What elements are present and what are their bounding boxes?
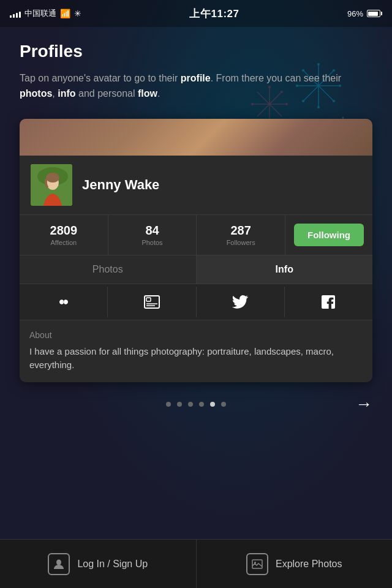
about-title: About xyxy=(29,330,363,340)
wifi-icon: 📶 xyxy=(60,9,70,18)
desc-text-5: . xyxy=(157,88,160,99)
about-text: I have a passion for all things photogra… xyxy=(29,345,363,372)
signal-bar-4 xyxy=(19,12,21,18)
dot-2[interactable] xyxy=(177,402,182,407)
avatar[interactable] xyxy=(29,163,74,207)
image-icon xyxy=(246,553,268,575)
page-description: Tap on anyone's avatar to go to their pr… xyxy=(20,71,372,102)
dot-3[interactable] xyxy=(188,402,193,407)
gallery-icon xyxy=(144,295,160,309)
person-icon xyxy=(48,553,70,575)
followers-value: 287 xyxy=(203,224,279,238)
tab-row: Photos Info xyxy=(20,255,372,284)
battery-icon xyxy=(367,10,382,17)
social-row: ∞ xyxy=(20,284,372,320)
battery-percent: 96% xyxy=(347,9,363,18)
main-content: Profiles Tap on anyone's avatar to go to… xyxy=(0,27,392,382)
infinity-icon: ∞ xyxy=(55,296,72,307)
dot-4[interactable] xyxy=(199,402,204,407)
desc-highlight-flow: flow xyxy=(138,88,157,99)
signal-bar-3 xyxy=(16,13,18,18)
profile-name: Jenny Wake xyxy=(82,177,159,193)
stat-followers: 287 Followers xyxy=(197,215,285,255)
next-arrow[interactable]: → xyxy=(355,394,372,414)
svg-text:∞: ∞ xyxy=(61,296,67,306)
svg-rect-43 xyxy=(146,298,151,301)
profile-header: Jenny Wake xyxy=(20,156,372,214)
twitter-icon xyxy=(232,295,248,309)
desc-highlight-profile: profile xyxy=(181,73,211,83)
facebook-icon-button[interactable] xyxy=(285,287,372,317)
follow-btn-container: Following xyxy=(285,217,372,252)
pagination-row: → xyxy=(0,402,392,407)
desc-text-4: and personal xyxy=(76,88,138,99)
dot-6[interactable] xyxy=(221,402,226,407)
svg-point-40 xyxy=(46,173,59,183)
svg-point-46 xyxy=(56,559,61,565)
affection-label: Affection xyxy=(26,239,102,246)
dot-5[interactable] xyxy=(210,402,215,407)
status-right: 96% xyxy=(347,9,382,18)
signal-icon xyxy=(10,9,21,18)
carrier-name: 中国联通 xyxy=(24,8,56,19)
photos-value: 84 xyxy=(115,224,190,238)
desc-text-1: Tap on anyone's avatar to go to their xyxy=(20,73,181,83)
loading-icon: ✳ xyxy=(74,9,81,18)
login-label: Log In / Sign Up xyxy=(77,559,148,570)
follow-button[interactable]: Following xyxy=(294,224,364,246)
status-time: 上午11:27 xyxy=(189,7,239,21)
desc-highlight-info: info xyxy=(58,88,75,99)
about-section: About I have a passion for all things ph… xyxy=(20,320,372,382)
affection-value: 2809 xyxy=(26,224,102,238)
explore-label: Explore Photos xyxy=(276,559,342,570)
status-left: 中国联通 📶 ✳ xyxy=(10,8,81,19)
explore-button[interactable]: Explore Photos xyxy=(197,540,393,588)
signal-bar-1 xyxy=(10,15,12,18)
stats-row: 2809 Affection 84 Photos 287 Followers F… xyxy=(20,214,372,255)
tab-info[interactable]: Info xyxy=(197,255,373,284)
stat-affection: 2809 Affection xyxy=(20,215,108,255)
signal-bar-2 xyxy=(13,14,15,18)
avatar-image xyxy=(31,164,72,206)
status-bar: 中国联通 📶 ✳ 上午11:27 96% xyxy=(0,0,392,27)
desc-text-3: , xyxy=(52,88,58,99)
dot-1[interactable] xyxy=(166,402,171,407)
facebook-icon xyxy=(322,295,335,309)
photos-label: Photos xyxy=(115,239,190,246)
page-title: Profiles xyxy=(20,42,372,61)
twitter-icon-button[interactable] xyxy=(197,287,285,317)
infinity-icon-button[interactable]: ∞ xyxy=(20,287,108,317)
login-button[interactable]: Log In / Sign Up xyxy=(0,540,197,588)
bottom-bar: Log In / Sign Up Explore Photos xyxy=(0,539,392,588)
gallery-icon-button[interactable] xyxy=(108,287,196,317)
profile-card: Jenny Wake 2809 Affection 84 Photos 287 … xyxy=(20,119,372,382)
desc-text-2: . From there you can see their xyxy=(211,73,341,83)
stat-photos: 84 Photos xyxy=(108,215,197,255)
tab-photos[interactable]: Photos xyxy=(20,255,197,284)
followers-label: Followers xyxy=(203,239,279,246)
desc-highlight-photos: photos xyxy=(20,88,52,99)
